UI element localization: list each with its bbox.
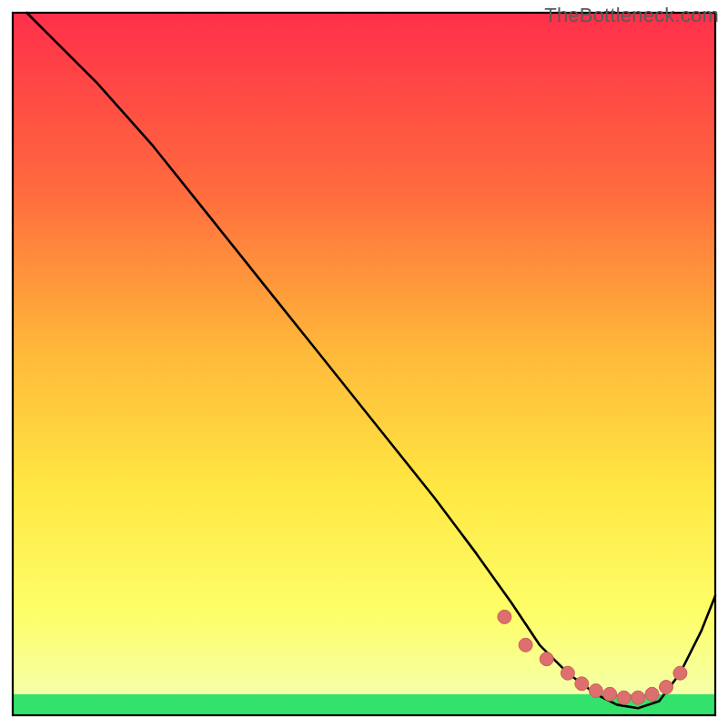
optimal-point [519, 638, 532, 652]
bottleneck-chart [0, 0, 728, 728]
optimal-point [498, 610, 511, 623]
plot-background [13, 13, 715, 715]
optimal-point [645, 687, 659, 701]
optimal-point [617, 691, 631, 704]
optimal-point [589, 684, 602, 698]
optimal-point [603, 687, 617, 701]
optimal-point [575, 677, 589, 691]
optimal-point [632, 691, 645, 704]
chart-container: TheBottleneck.com [0, 0, 728, 728]
watermark-label: TheBottleneck.com [544, 4, 719, 27]
optimal-point [561, 666, 574, 680]
optimal-point [673, 666, 687, 680]
optimal-point [540, 652, 553, 666]
optimal-point [660, 681, 673, 694]
